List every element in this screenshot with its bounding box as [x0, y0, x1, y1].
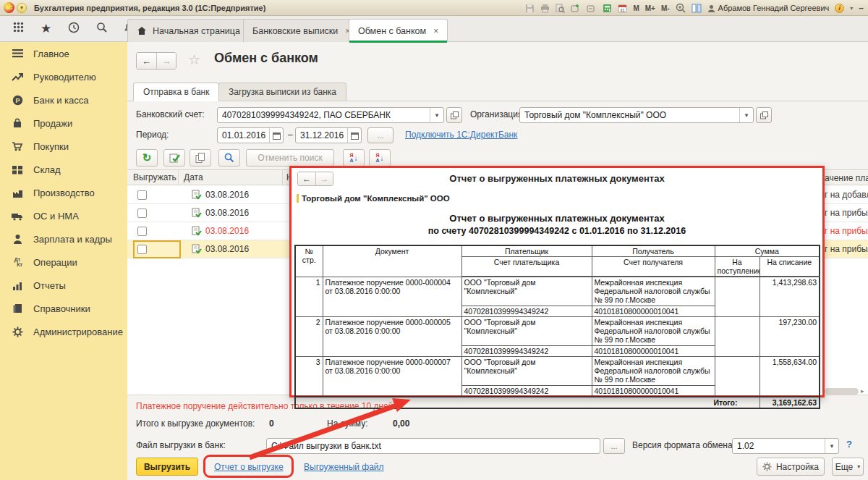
upload-checkbox[interactable]	[137, 209, 147, 218]
back-button[interactable]: ←	[137, 53, 156, 69]
sidebar-item-main[interactable]: Главное	[0, 42, 127, 65]
split-panels-icon[interactable]	[692, 4, 702, 13]
col-recipient: Получатель	[592, 245, 715, 257]
select-all-button[interactable]	[163, 149, 185, 167]
info-icon[interactable]: i	[835, 4, 844, 13]
more-actions-button[interactable]: Еще ▾	[832, 458, 864, 476]
favorite-star-icon[interactable]: ☆	[188, 51, 200, 68]
row-purpose-clipped: г на добавлен	[825, 190, 868, 200]
apps-grid-icon[interactable]	[13, 22, 24, 35]
col-purpose-clipped[interactable]: ачение плате	[825, 173, 868, 183]
zoom-in-icon[interactable]	[676, 3, 686, 13]
cancel-search-button[interactable]: Отменить поиск	[246, 149, 334, 167]
memory-m-button[interactable]: М	[633, 4, 639, 12]
sidebar-item-warehouse[interactable]: Склад	[0, 158, 127, 181]
gear-icon	[762, 462, 772, 471]
tab-send-to-bank[interactable]: Отправка в банк	[133, 83, 219, 101]
user-name: Абрамов Геннадий Сергеевич	[718, 4, 830, 12]
sort-desc-button[interactable]: ЯА↓	[369, 149, 391, 167]
sidebar-item-bank-cash[interactable]: РБанк и касса	[0, 88, 127, 111]
report-total-value: 3,169,162.63	[760, 397, 820, 408]
forward-button[interactable]: →	[156, 53, 176, 69]
tab-load-statement[interactable]: Загрузка выписки из банка	[218, 83, 346, 101]
search-icon[interactable]	[96, 22, 108, 36]
period-to-input[interactable]: 31.12.2016	[295, 127, 362, 143]
tab-home[interactable]: Начальная страница	[127, 19, 250, 42]
close-icon[interactable]: ×	[433, 26, 438, 36]
sidebar-item-reports[interactable]: Отчеты	[0, 274, 127, 297]
memory-m-plus-button[interactable]: М+	[645, 4, 655, 12]
period-more-button[interactable]: ...	[367, 127, 393, 143]
bank-account-input[interactable]: 40702810399994349242, ПАО СБЕРБАНК ▾	[217, 107, 444, 123]
sidebar-item-fixed-assets[interactable]: ОС и НМА	[0, 204, 127, 227]
upload-button[interactable]: Выгрузить	[136, 458, 198, 476]
sidebar-item-payroll[interactable]: Зарплата и кадры	[0, 227, 127, 250]
report-row[interactable]: 1 Платежное поручение 0000-000004 от 03.…	[295, 277, 820, 306]
directbank-link[interactable]: Подключить 1С:ДиректБанк	[405, 130, 517, 140]
organization-open-button[interactable]	[756, 107, 772, 123]
print-icon[interactable]	[540, 4, 550, 13]
row-date: 03.08.2016	[205, 208, 249, 218]
report-row[interactable]: 3 Платежное поручение 0000-000007 от 03.…	[295, 356, 820, 385]
sidebar-item-operations[interactable]: ДтКтОперации	[0, 250, 127, 274]
col-num: № стр.	[295, 245, 323, 277]
sort-asc-button[interactable]: ЯА↓	[343, 149, 365, 167]
upload-checkbox[interactable]	[137, 227, 147, 236]
sidebar-item-purchases[interactable]: Покупки	[0, 135, 127, 158]
settings-button[interactable]: Настройка	[757, 458, 825, 476]
minimize-button[interactable]: –	[859, 3, 864, 13]
col-date[interactable]: Дата	[184, 172, 203, 182]
calendar-icon[interactable]	[269, 128, 283, 143]
format-label: Версия формата обмена:	[632, 440, 735, 450]
col-sum: Сумма	[715, 245, 820, 257]
calendar-icon[interactable]	[347, 128, 361, 143]
save-icon[interactable]	[525, 4, 535, 13]
find-button[interactable]	[218, 149, 240, 167]
report-title: Отчет о выгруженных платежных документах	[292, 213, 822, 224]
attach-icon[interactable]	[587, 4, 597, 13]
chevron-down-icon[interactable]: ▾	[739, 108, 753, 122]
sidebar-item-directories[interactable]: Справочники	[0, 297, 127, 320]
calculator-icon[interactable]	[603, 4, 612, 13]
chevron-down-icon[interactable]: ▾	[430, 108, 443, 122]
sidebar-item-sales[interactable]: Продажи	[0, 111, 127, 135]
tab-bank-statements[interactable]: Банковские выписки ×	[243, 19, 359, 42]
memory-m-minus-button[interactable]: М-	[661, 4, 670, 12]
document-icon	[191, 208, 202, 221]
main-menu-chevron-icon[interactable]: ▾	[17, 3, 27, 13]
copy-button[interactable]	[190, 149, 211, 167]
titlebar-chevron-icon[interactable]: ▾	[850, 5, 853, 12]
bank-account-label: Банковский счет:	[136, 109, 205, 119]
chevron-down-icon[interactable]: ▾	[825, 439, 838, 453]
help-link[interactable]: ?	[846, 439, 852, 450]
col-incoming: На поступление	[715, 257, 760, 277]
calendar-icon[interactable]: 31	[618, 4, 627, 13]
1c-logo-icon[interactable]: 1С	[4, 2, 14, 13]
upload-checkbox[interactable]	[137, 190, 147, 200]
chevron-down-icon: ▾	[857, 463, 860, 470]
row-date: 03.08.2016	[205, 244, 249, 254]
horizontal-scrollbar[interactable]	[825, 388, 859, 395]
attach-add-icon[interactable]	[571, 4, 581, 13]
sidebar-item-administration[interactable]: Администрирование	[0, 320, 127, 343]
file-browse-button[interactable]: ...	[603, 438, 625, 454]
tab-bank-exchange[interactable]: Обмен с банком ×	[349, 19, 448, 42]
sidebar-item-production[interactable]: Производство	[0, 181, 127, 204]
report-organization[interactable]: Торговый дом "Комплексный" ООО	[297, 194, 450, 203]
scroll-right-icon[interactable]: ▸	[861, 387, 864, 395]
sidebar-item-manager[interactable]: Руководителю	[0, 65, 127, 88]
col-upload[interactable]: Выгружать	[133, 172, 176, 182]
period-from-input[interactable]: 01.01.2016	[217, 127, 284, 143]
history-clock-icon[interactable]	[68, 22, 80, 36]
favorites-star-icon[interactable]: ★	[41, 21, 51, 36]
user-chip[interactable]: Абрамов Геннадий Сергеевич	[707, 4, 830, 12]
print-preview-icon[interactable]	[556, 4, 565, 13]
refresh-button[interactable]: ↻	[136, 149, 158, 167]
report-row[interactable]: 2 Платежное поручение 0000-000005 от 03.…	[295, 316, 820, 345]
application-window: 1С ▾ Бухгалтерия предприятия, редакция 3…	[0, 0, 868, 480]
bank-account-open-button[interactable]	[446, 107, 462, 123]
books-icon	[11, 303, 24, 314]
organization-input[interactable]: Торговый дом "Комплексный" ООО ▾	[519, 107, 754, 123]
format-input[interactable]: 1.02 ▾	[732, 438, 839, 454]
svg-text:Р: Р	[15, 97, 20, 104]
